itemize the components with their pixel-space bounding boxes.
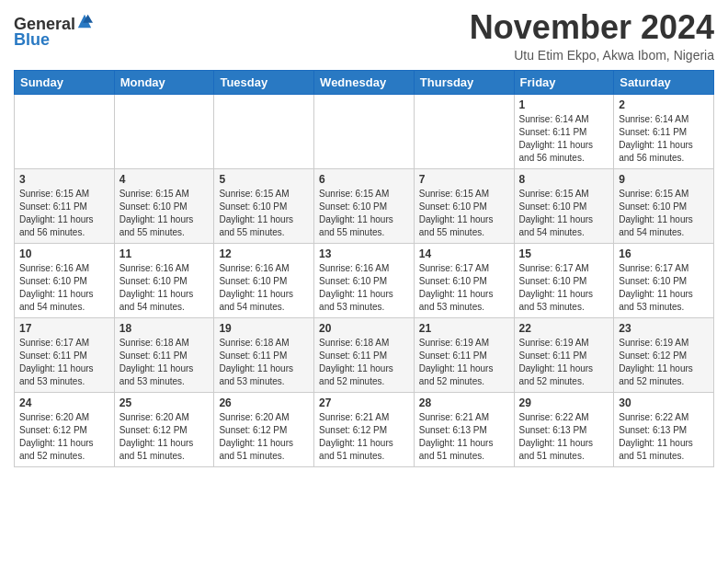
day-number: 25 xyxy=(119,396,210,409)
day-info: Sunrise: 6:16 AM Sunset: 6:10 PM Dayligh… xyxy=(319,262,409,314)
weekday-header-sunday: Sunday xyxy=(15,70,115,94)
calendar-week-row: 24Sunrise: 6:20 AM Sunset: 6:12 PM Dayli… xyxy=(15,392,714,466)
calendar-cell: 6Sunrise: 6:15 AM Sunset: 6:10 PM Daylig… xyxy=(314,168,415,243)
calendar-cell: 3Sunrise: 6:15 AM Sunset: 6:11 PM Daylig… xyxy=(15,168,115,243)
day-info: Sunrise: 6:19 AM Sunset: 6:11 PM Dayligh… xyxy=(419,337,509,388)
day-number: 22 xyxy=(519,322,609,335)
day-number: 13 xyxy=(319,247,409,260)
calendar-cell: 1Sunrise: 6:14 AM Sunset: 6:11 PM Daylig… xyxy=(514,94,614,168)
calendar-cell: 18Sunrise: 6:18 AM Sunset: 6:11 PM Dayli… xyxy=(114,317,214,392)
calendar-cell: 2Sunrise: 6:14 AM Sunset: 6:11 PM Daylig… xyxy=(614,94,714,168)
day-number: 5 xyxy=(219,173,309,186)
day-number: 3 xyxy=(19,173,109,186)
day-info: Sunrise: 6:22 AM Sunset: 6:13 PM Dayligh… xyxy=(619,411,709,463)
day-number: 26 xyxy=(219,396,309,409)
day-number: 19 xyxy=(219,322,309,335)
day-number: 14 xyxy=(419,247,509,260)
day-info: Sunrise: 6:15 AM Sunset: 6:10 PM Dayligh… xyxy=(319,188,409,239)
logo-blue-text: Blue xyxy=(14,30,50,50)
calendar-cell: 4Sunrise: 6:15 AM Sunset: 6:10 PM Daylig… xyxy=(114,168,214,243)
day-number: 15 xyxy=(519,247,609,260)
calendar-cell: 12Sunrise: 6:16 AM Sunset: 6:10 PM Dayli… xyxy=(214,243,314,317)
day-number: 27 xyxy=(319,396,409,409)
calendar-table: SundayMondayTuesdayWednesdayThursdayFrid… xyxy=(14,70,714,467)
day-info: Sunrise: 6:17 AM Sunset: 6:10 PM Dayligh… xyxy=(619,262,709,314)
day-number: 7 xyxy=(419,173,509,186)
day-info: Sunrise: 6:14 AM Sunset: 6:11 PM Dayligh… xyxy=(619,113,709,165)
calendar-cell: 29Sunrise: 6:22 AM Sunset: 6:13 PM Dayli… xyxy=(514,392,614,466)
logo: General Blue xyxy=(14,13,93,50)
weekday-header-wednesday: Wednesday xyxy=(314,70,415,94)
day-info: Sunrise: 6:21 AM Sunset: 6:13 PM Dayligh… xyxy=(419,411,509,463)
day-number: 30 xyxy=(619,396,709,409)
day-info: Sunrise: 6:19 AM Sunset: 6:11 PM Dayligh… xyxy=(519,337,609,388)
day-info: Sunrise: 6:16 AM Sunset: 6:10 PM Dayligh… xyxy=(119,262,210,314)
day-info: Sunrise: 6:15 AM Sunset: 6:10 PM Dayligh… xyxy=(419,188,509,239)
day-number: 16 xyxy=(619,247,709,260)
calendar-cell: 5Sunrise: 6:15 AM Sunset: 6:10 PM Daylig… xyxy=(214,168,314,243)
day-info: Sunrise: 6:16 AM Sunset: 6:10 PM Dayligh… xyxy=(19,262,109,314)
day-number: 24 xyxy=(19,396,109,409)
calendar-week-row: 1Sunrise: 6:14 AM Sunset: 6:11 PM Daylig… xyxy=(15,94,714,168)
calendar-cell xyxy=(114,94,214,168)
calendar-cell: 25Sunrise: 6:20 AM Sunset: 6:12 PM Dayli… xyxy=(114,392,214,466)
calendar-cell: 16Sunrise: 6:17 AM Sunset: 6:10 PM Dayli… xyxy=(614,243,714,317)
calendar-cell: 10Sunrise: 6:16 AM Sunset: 6:10 PM Dayli… xyxy=(15,243,115,317)
day-info: Sunrise: 6:21 AM Sunset: 6:12 PM Dayligh… xyxy=(319,411,409,463)
calendar-week-row: 17Sunrise: 6:17 AM Sunset: 6:11 PM Dayli… xyxy=(15,317,714,392)
title-area: November 2024 Utu Etim Ekpo, Akwa Ibom, … xyxy=(470,9,714,63)
day-number: 20 xyxy=(319,322,409,335)
day-info: Sunrise: 6:20 AM Sunset: 6:12 PM Dayligh… xyxy=(219,411,309,463)
calendar-cell: 11Sunrise: 6:16 AM Sunset: 6:10 PM Dayli… xyxy=(114,243,214,317)
day-info: Sunrise: 6:18 AM Sunset: 6:11 PM Dayligh… xyxy=(219,337,309,388)
day-number: 2 xyxy=(619,98,709,111)
day-info: Sunrise: 6:18 AM Sunset: 6:11 PM Dayligh… xyxy=(319,337,409,388)
day-number: 17 xyxy=(19,322,109,335)
weekday-header-friday: Friday xyxy=(514,70,614,94)
day-number: 8 xyxy=(519,173,609,186)
weekday-header-saturday: Saturday xyxy=(614,70,714,94)
day-number: 21 xyxy=(419,322,509,335)
calendar-cell: 13Sunrise: 6:16 AM Sunset: 6:10 PM Dayli… xyxy=(314,243,415,317)
calendar-cell: 15Sunrise: 6:17 AM Sunset: 6:10 PM Dayli… xyxy=(514,243,614,317)
calendar-cell: 14Sunrise: 6:17 AM Sunset: 6:10 PM Dayli… xyxy=(414,243,514,317)
day-number: 1 xyxy=(519,98,609,111)
day-number: 11 xyxy=(119,247,210,260)
calendar-cell xyxy=(314,94,415,168)
day-info: Sunrise: 6:20 AM Sunset: 6:12 PM Dayligh… xyxy=(119,411,210,463)
day-number: 10 xyxy=(19,247,109,260)
calendar-cell xyxy=(214,94,314,168)
calendar-cell: 21Sunrise: 6:19 AM Sunset: 6:11 PM Dayli… xyxy=(414,317,514,392)
day-info: Sunrise: 6:15 AM Sunset: 6:10 PM Dayligh… xyxy=(219,188,309,239)
day-number: 28 xyxy=(419,396,509,409)
calendar-header-row: SundayMondayTuesdayWednesdayThursdayFrid… xyxy=(15,70,714,94)
day-info: Sunrise: 6:19 AM Sunset: 6:12 PM Dayligh… xyxy=(619,337,709,388)
logo-icon xyxy=(76,13,93,29)
day-info: Sunrise: 6:22 AM Sunset: 6:13 PM Dayligh… xyxy=(519,411,609,463)
day-info: Sunrise: 6:14 AM Sunset: 6:11 PM Dayligh… xyxy=(519,113,609,165)
calendar-cell: 8Sunrise: 6:15 AM Sunset: 6:10 PM Daylig… xyxy=(514,168,614,243)
calendar-cell: 22Sunrise: 6:19 AM Sunset: 6:11 PM Dayli… xyxy=(514,317,614,392)
day-info: Sunrise: 6:15 AM Sunset: 6:11 PM Dayligh… xyxy=(19,188,109,239)
page-header: General Blue November 2024 Utu Etim Ekpo… xyxy=(14,9,714,63)
day-info: Sunrise: 6:15 AM Sunset: 6:10 PM Dayligh… xyxy=(119,188,210,239)
calendar-cell: 17Sunrise: 6:17 AM Sunset: 6:11 PM Dayli… xyxy=(15,317,115,392)
weekday-header-monday: Monday xyxy=(114,70,214,94)
day-info: Sunrise: 6:17 AM Sunset: 6:10 PM Dayligh… xyxy=(519,262,609,314)
day-info: Sunrise: 6:15 AM Sunset: 6:10 PM Dayligh… xyxy=(619,188,709,239)
calendar-week-row: 3Sunrise: 6:15 AM Sunset: 6:11 PM Daylig… xyxy=(15,168,714,243)
day-number: 4 xyxy=(119,173,210,186)
day-number: 29 xyxy=(519,396,609,409)
calendar-cell: 9Sunrise: 6:15 AM Sunset: 6:10 PM Daylig… xyxy=(614,168,714,243)
calendar-cell: 7Sunrise: 6:15 AM Sunset: 6:10 PM Daylig… xyxy=(414,168,514,243)
day-number: 23 xyxy=(619,322,709,335)
calendar-cell xyxy=(414,94,514,168)
day-number: 12 xyxy=(219,247,309,260)
day-info: Sunrise: 6:16 AM Sunset: 6:10 PM Dayligh… xyxy=(219,262,309,314)
day-info: Sunrise: 6:18 AM Sunset: 6:11 PM Dayligh… xyxy=(119,337,210,388)
calendar-cell: 20Sunrise: 6:18 AM Sunset: 6:11 PM Dayli… xyxy=(314,317,415,392)
calendar-cell: 30Sunrise: 6:22 AM Sunset: 6:13 PM Dayli… xyxy=(614,392,714,466)
day-info: Sunrise: 6:17 AM Sunset: 6:11 PM Dayligh… xyxy=(19,337,109,388)
calendar-cell: 27Sunrise: 6:21 AM Sunset: 6:12 PM Dayli… xyxy=(314,392,415,466)
day-info: Sunrise: 6:20 AM Sunset: 6:12 PM Dayligh… xyxy=(19,411,109,463)
